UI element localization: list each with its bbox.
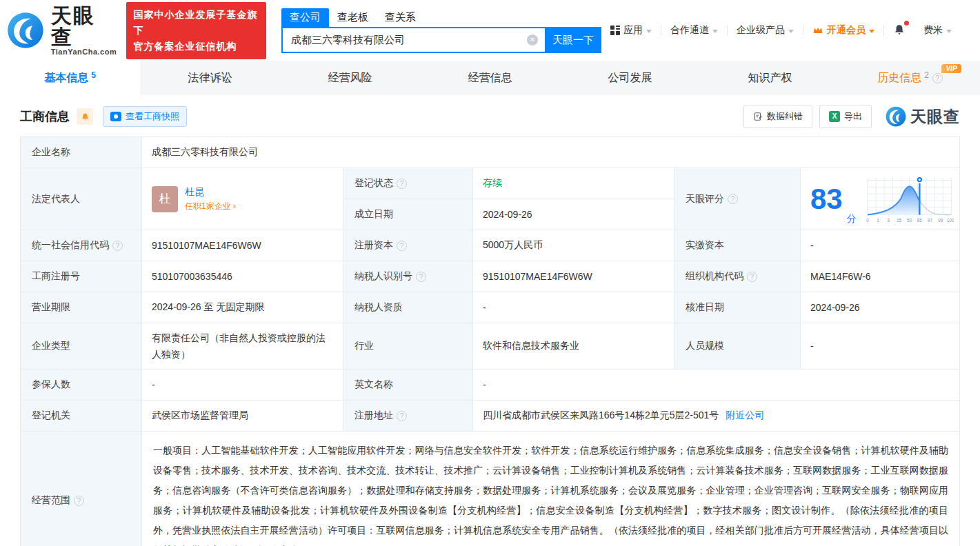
logo-swirl-icon: [886, 106, 906, 127]
nav-partner[interactable]: 合作通道: [661, 24, 727, 37]
reg-number-label: 工商注册号: [21, 261, 142, 292]
reg-number-value: 510107003635446: [142, 261, 343, 292]
establish-date-value: 2024-09-26: [473, 199, 674, 230]
chevron-down-icon: [946, 30, 952, 33]
tab-basic-count: 5: [91, 70, 96, 80]
section-header: 工商信息 查看工商快照 数据纠错 X 导出: [0, 95, 980, 135]
tab-history[interactable]: VIP 历史信息 2: [840, 61, 980, 95]
chevron-down-icon: [712, 30, 718, 33]
document-edit-icon: [753, 112, 763, 121]
nav-enterprise-label: 企业级产品: [737, 24, 785, 37]
help-icon[interactable]: [74, 496, 84, 506]
tianyancha-logo[interactable]: 天眼查 TianYanCha.com: [7, 5, 117, 57]
help-icon[interactable]: [728, 194, 738, 204]
svg-text:99: 99: [938, 218, 943, 223]
help-icon[interactable]: [397, 241, 407, 251]
notification-dot: [904, 21, 909, 26]
search-input[interactable]: [281, 27, 545, 53]
approval-date-value: 2024-09-26: [801, 292, 959, 323]
legal-rep-label: 法定代表人: [21, 168, 142, 230]
notification-bell[interactable]: [884, 23, 914, 38]
taxpayer-id-label: 纳税人识别号: [343, 261, 473, 292]
tab-ip-label: 知识产权: [748, 71, 792, 85]
score-label: 天眼评分: [674, 168, 801, 230]
tab-operation[interactable]: 经营信息: [420, 61, 560, 95]
score-value: 83 分 0 1 3 15: [801, 168, 959, 230]
approval-date-label: 核准日期: [674, 292, 801, 323]
search-tab-relation[interactable]: 查关系: [377, 8, 424, 27]
legal-rep-name-link[interactable]: 杜昆: [185, 186, 236, 199]
industry-value: 软件和信息技术服务业: [473, 323, 674, 370]
snapshot-button[interactable]: 查看工商快照: [103, 106, 187, 127]
clear-icon[interactable]: ✕: [527, 34, 538, 46]
help-icon[interactable]: [416, 272, 426, 282]
badge-line2: 官方备案企业征信机构: [133, 39, 259, 54]
company-type-value: 有限责任公司（非自然人投资或控股的法人独资）: [142, 323, 343, 370]
business-scope-value: 一般项目：人工智能基础软件开发；人工智能应用软件开发；网络与信息安全软件开发；软…: [142, 432, 959, 546]
org-code-label: 组织机构代码: [674, 261, 801, 292]
nav-apps[interactable]: 应用: [601, 24, 661, 37]
credit-code-label: 统一社会信用代码: [21, 230, 142, 261]
nav-user[interactable]: 费米: [914, 24, 961, 37]
business-scope-label: 经营范围: [21, 432, 142, 546]
legal-rep-positions-link[interactable]: 任职1家企业: [185, 201, 236, 212]
paid-capital-value: -: [801, 230, 959, 261]
crown-icon: [812, 26, 823, 35]
vip-badge: VIP: [941, 64, 961, 73]
taxpayer-id-value: 91510107MAE14F6W6W: [473, 261, 674, 292]
help-icon[interactable]: [397, 411, 407, 421]
industry-label: 行业: [343, 323, 473, 370]
watermark-logo: 天眼查: [886, 106, 960, 128]
business-term-label: 营业期限: [21, 292, 142, 323]
tab-risk[interactable]: 经营风险: [280, 61, 420, 95]
svg-text:97: 97: [928, 218, 933, 223]
tab-legal[interactable]: 法律诉讼: [140, 61, 280, 95]
top-header: 天眼查 TianYanCha.com 国家中小企业发展子基金旗下 官方备案企业征…: [0, 0, 980, 61]
tab-development-label: 公司发展: [608, 71, 652, 85]
svg-text:15: 15: [897, 218, 902, 223]
tab-development[interactable]: 公司发展: [560, 61, 700, 95]
company-type-label: 企业类型: [21, 323, 142, 370]
chevron-down-icon: [788, 30, 794, 33]
watermark-text: 天眼查: [910, 106, 960, 128]
top-nav: 应用 合作通道 企业级产品 开通会员: [601, 23, 961, 38]
tab-operation-label: 经营信息: [468, 71, 512, 85]
gov-certification-badge: 国家中小企业发展子基金旗下 官方备案企业征信机构: [126, 2, 266, 59]
reg-capital-value: 5000万人民币: [473, 230, 674, 261]
tab-ip[interactable]: 知识产权: [700, 61, 840, 95]
tab-basic-info[interactable]: 基本信息 5: [0, 61, 140, 95]
avatar[interactable]: 杜: [152, 186, 178, 212]
logo-domain: TianYanCha.com: [51, 48, 117, 57]
search-tab-company[interactable]: 查公司: [281, 8, 329, 27]
username: 费米: [923, 24, 943, 37]
credit-code-value: 91510107MAE14F6W6W: [142, 230, 343, 261]
section-title: 工商信息: [20, 108, 70, 125]
paid-capital-label: 实缴资本: [674, 230, 801, 261]
nav-enterprise[interactable]: 企业级产品: [728, 24, 803, 37]
help-icon[interactable]: [747, 272, 757, 282]
nearby-companies-link[interactable]: 附近公司: [726, 410, 764, 422]
search-tab-boss[interactable]: 查老板: [329, 8, 377, 27]
logo-title: 天眼查: [51, 5, 117, 48]
data-correction-button[interactable]: 数据纠错: [743, 105, 812, 128]
subscribe-bell-button[interactable]: [77, 108, 93, 125]
chart-x-axis: 0 1 3 15 50 85 97 99 100: [866, 218, 954, 223]
svg-text:3: 3: [887, 218, 890, 223]
svg-text:50: 50: [907, 218, 912, 223]
tab-history-count: 2: [924, 70, 929, 80]
tab-legal-label: 法律诉讼: [188, 71, 232, 85]
export-button[interactable]: X 导出: [819, 105, 872, 128]
search-area: 查公司 查老板 查关系 ✕ 天眼一下: [281, 8, 601, 53]
taxpayer-quality-label: 纳税人资质: [343, 292, 473, 323]
tab-history-label: 历史信息: [877, 71, 921, 85]
nav-vip[interactable]: 开通会员: [803, 24, 883, 37]
score-unit: 分: [847, 213, 857, 225]
company-name-label: 企业名称: [21, 137, 142, 168]
help-icon[interactable]: [932, 73, 943, 83]
tab-risk-label: 经营风险: [328, 71, 372, 85]
company-tabs: 基本信息 5 法律诉讼 经营风险 经营信息 公司发展 知识产权 VIP 历史信息…: [0, 61, 980, 95]
help-icon[interactable]: [397, 179, 407, 189]
help-icon[interactable]: [112, 241, 123, 251]
search-button[interactable]: 天眼一下: [545, 27, 601, 53]
business-term-value: 2024-09-26 至 无固定期限: [142, 292, 343, 323]
